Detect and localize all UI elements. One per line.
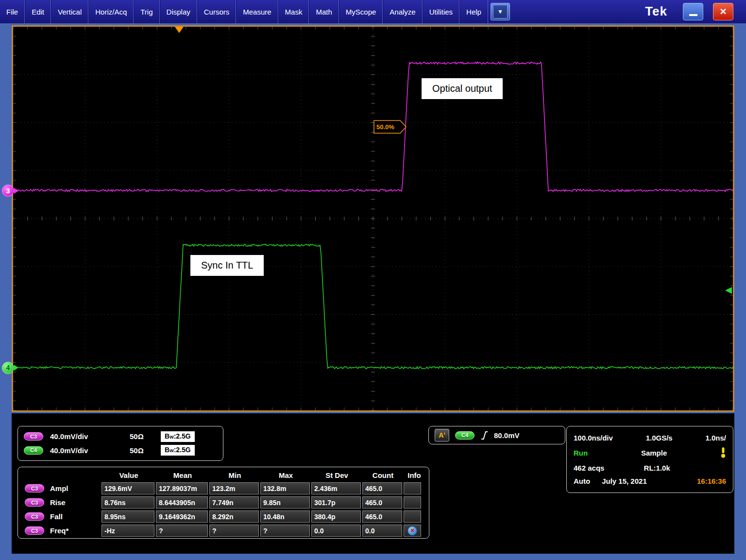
trigger-level-flag[interactable]: 50.0% bbox=[374, 120, 406, 133]
meas-row-channel-cell: C3 bbox=[22, 484, 45, 492]
meas-header-count: Count bbox=[362, 471, 404, 479]
trigger-level-flag-label: 50.0% bbox=[376, 123, 394, 131]
meas-cell: 7.749n bbox=[209, 496, 259, 509]
menu-item-file[interactable]: File bbox=[0, 0, 25, 23]
meas-cell: 10.48n bbox=[260, 510, 310, 523]
meas-header-min: Min bbox=[209, 471, 260, 479]
menu-item-myscope[interactable]: MyScope bbox=[339, 0, 383, 23]
meas-cell: 123.2m bbox=[209, 482, 259, 494]
channel-3-badge: 3 bbox=[2, 185, 14, 197]
bw-sub: W bbox=[170, 433, 174, 441]
menu-bar: FileEditVerticalHoriz/AcqTrigDisplayCurs… bbox=[0, 0, 746, 23]
meas-cell: 127.89037m bbox=[156, 482, 208, 494]
c4-channel-button[interactable]: C4 bbox=[24, 446, 43, 455]
meas-cell: 8.95ns bbox=[102, 510, 154, 523]
meas-cell: 132.8m bbox=[260, 482, 310, 494]
c4-readout-row: C4 40.0mV/div 50Ω BW:2.5G bbox=[24, 445, 217, 456]
meas-info-cell bbox=[404, 510, 421, 523]
meas-channel-badge: C3 bbox=[25, 484, 44, 492]
menu-dropdown-button[interactable]: ▼ bbox=[491, 3, 510, 20]
meas-header-max: Max bbox=[260, 471, 311, 479]
datetime-row: Auto July 15, 2021 16:16:36 bbox=[574, 477, 726, 485]
trigger-level-value: 80.0mV bbox=[494, 431, 520, 440]
meas-row-channel-cell: C3 bbox=[22, 526, 45, 535]
menu-item-trig[interactable]: Trig bbox=[134, 0, 159, 23]
meas-cell: 465.0 bbox=[362, 482, 402, 494]
meas-cell: 8.6443905n bbox=[156, 496, 208, 509]
menu-item-cursors[interactable]: Cursors bbox=[197, 0, 237, 23]
minimize-button[interactable] bbox=[683, 3, 703, 20]
menu-item-help[interactable]: Help bbox=[459, 0, 488, 23]
bw-value: :2.5G bbox=[174, 432, 191, 441]
meas-header-info: Info bbox=[404, 471, 425, 479]
meas-cell: 129.6mV bbox=[102, 482, 154, 494]
c4-scale: 40.0mV/div bbox=[50, 446, 123, 455]
menu-item-mask[interactable]: Mask bbox=[278, 0, 309, 23]
menu-item-edit[interactable]: Edit bbox=[25, 0, 51, 23]
c3-impedance: 50Ω bbox=[130, 432, 154, 441]
optical-output-label: Optical output bbox=[422, 78, 503, 99]
menu: FileEditVerticalHoriz/AcqTrigDisplayCurs… bbox=[0, 0, 488, 23]
menu-item-measure[interactable]: Measure bbox=[236, 0, 278, 23]
meas-info-cell: ✕ bbox=[404, 525, 421, 537]
timebase-row: 100.0ns/div 1.0GS/s 1.0ns/ bbox=[574, 434, 726, 442]
meas-header-value: Value bbox=[102, 471, 156, 479]
close-button[interactable]: ✕ bbox=[713, 3, 733, 20]
timebase-scale: 100.0ns/div bbox=[574, 434, 613, 442]
menu-item-utilities[interactable]: Utilities bbox=[423, 0, 459, 23]
meas-cell: ? bbox=[260, 525, 310, 537]
acq-state-row: Run Sample bbox=[574, 447, 726, 458]
meas-info-cell bbox=[404, 482, 421, 494]
meas-header-mean: Mean bbox=[156, 471, 209, 479]
chevron-down-icon: ▼ bbox=[493, 5, 508, 18]
meas-cell: 2.436m bbox=[311, 482, 361, 494]
meas-name-rise: Rise bbox=[45, 498, 102, 507]
channel-3-arrow-icon bbox=[14, 188, 18, 194]
vertical-readout-box: C3 40.0mV/div 50Ω BW:2.5G C4 40.0mV/div … bbox=[17, 426, 223, 461]
record-length: RL:1.0k bbox=[644, 464, 670, 472]
meas-name-freq-: Freq* bbox=[45, 526, 102, 535]
sample-resolution: 1.0ns/ bbox=[705, 434, 726, 442]
channel-4-position-marker[interactable]: 4 bbox=[2, 362, 18, 374]
close-icon: ✕ bbox=[719, 6, 727, 17]
meas-cell: 8.76ns bbox=[102, 496, 154, 509]
trigger-position-marker[interactable] bbox=[175, 27, 184, 33]
trigger-readout-box[interactable]: A' C4 80.0mV bbox=[428, 426, 565, 444]
menu-item-math[interactable]: Math bbox=[309, 0, 339, 23]
meas-cell: ? bbox=[156, 525, 208, 537]
channel-4-arrow-icon bbox=[14, 365, 18, 371]
meas-cell: 465.0 bbox=[362, 496, 402, 509]
meas-cell: 301.7p bbox=[311, 496, 361, 509]
menu-item-display[interactable]: Display bbox=[160, 0, 197, 23]
meas-row-channel-cell: C3 bbox=[22, 498, 45, 507]
meas-cell: 0.0 bbox=[362, 525, 402, 537]
trigger-a-badge: A' bbox=[435, 429, 449, 441]
menu-item-horiz-acq[interactable]: Horiz/Acq bbox=[88, 0, 134, 23]
bw-letter: B bbox=[165, 445, 170, 454]
c4-bandwidth: BW:2.5G bbox=[161, 445, 195, 456]
date-readout: July 15, 2021 bbox=[602, 477, 647, 485]
minimize-icon bbox=[689, 14, 697, 16]
menu-item-vertical[interactable]: Vertical bbox=[51, 0, 88, 23]
meas-cell: 0.0 bbox=[311, 525, 361, 537]
meas-row-channel-cell: C3 bbox=[22, 512, 45, 521]
meas-header-st-dev: St Dev bbox=[311, 471, 362, 479]
channel-3-position-marker[interactable]: 3 bbox=[2, 185, 18, 197]
horizontal-readout-box[interactable]: 100.0ns/div 1.0GS/s 1.0ns/ Run Sample 46… bbox=[566, 426, 733, 493]
meas-channel-badge: C3 bbox=[25, 526, 44, 535]
meas-cell: 9.85n bbox=[260, 496, 310, 509]
acq-count-row: 462 acqs RL:1.0k bbox=[574, 464, 726, 472]
c4-trace[interactable] bbox=[13, 244, 733, 369]
time-readout: 16:16:36 bbox=[697, 477, 726, 485]
rising-edge-icon bbox=[480, 430, 488, 441]
acq-mode: Sample bbox=[641, 449, 667, 457]
yellow-indicator-icon bbox=[720, 447, 726, 458]
meas-cell: -Hz bbox=[102, 525, 154, 537]
menu-item-analyze[interactable]: Analyze bbox=[383, 0, 422, 23]
c4-level-arrow[interactable] bbox=[725, 287, 732, 294]
meas-cell: 8.292n bbox=[209, 510, 259, 523]
meas-cell: 9.1649362n bbox=[156, 510, 208, 523]
bw-letter: B bbox=[165, 432, 170, 441]
trigger-mode: Auto bbox=[574, 477, 590, 485]
c3-channel-button[interactable]: C3 bbox=[24, 432, 43, 441]
